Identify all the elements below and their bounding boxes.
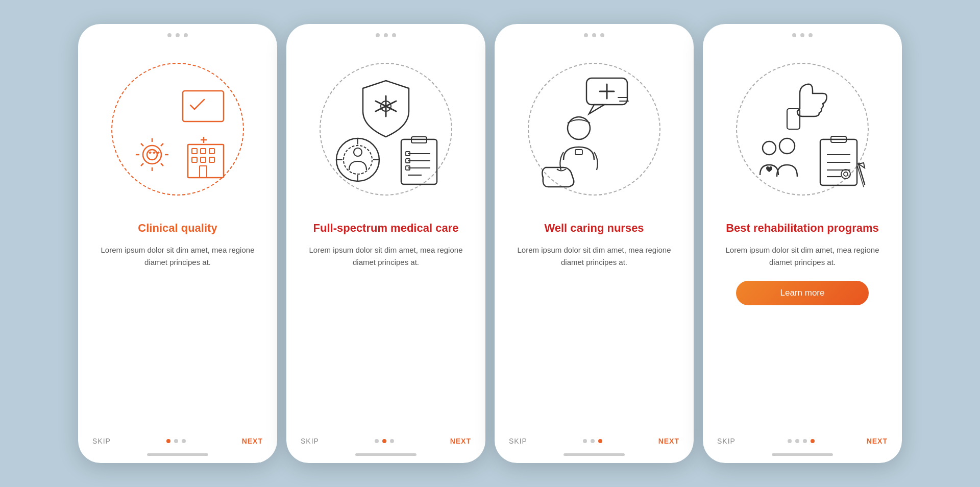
icon-area-2 (286, 42, 485, 216)
svg-rect-21 (200, 166, 207, 178)
nav-dots-4 (788, 439, 815, 443)
nav-dot (390, 439, 394, 443)
nav-dot (174, 439, 178, 443)
nav-dot-active (598, 439, 602, 443)
status-dot (184, 33, 188, 37)
next-button-2[interactable]: NEXT (450, 437, 471, 445)
nav-dot (583, 439, 587, 443)
card-desc-4: Lorem ipsum dolor sit dim amet, mea regi… (719, 244, 886, 269)
full-spectrum-icon (320, 63, 452, 196)
nav-dot (182, 439, 186, 443)
home-indicator-2 (355, 453, 416, 456)
svg-line-9 (141, 163, 143, 166)
svg-line-10 (161, 143, 163, 146)
status-dot (592, 33, 596, 37)
svg-line-7 (141, 143, 143, 146)
nav-dot (375, 439, 379, 443)
svg-point-26 (336, 138, 379, 181)
card-title-2: Full-spectrum medical care (313, 221, 459, 236)
svg-rect-18 (209, 157, 214, 162)
nav-dot (795, 439, 799, 443)
skip-button-3[interactable]: SKIP (509, 437, 527, 445)
svg-point-52 (779, 138, 795, 154)
status-bar-1 (78, 24, 277, 42)
status-dot (167, 33, 172, 37)
svg-rect-13 (192, 149, 197, 154)
status-dot (808, 33, 813, 37)
card-desc-3: Lorem ipsum dolor sit dim amet, mea regi… (511, 244, 677, 269)
nav-dots-3 (583, 439, 602, 443)
skip-button-2[interactable]: SKIP (301, 437, 319, 445)
svg-point-28 (354, 148, 362, 156)
svg-point-48 (568, 117, 590, 139)
status-dot (376, 33, 380, 37)
svg-point-59 (841, 169, 850, 179)
icon-area-1: ★★★ (78, 42, 277, 216)
svg-line-8 (161, 163, 163, 166)
skip-button-4[interactable]: SKIP (717, 437, 736, 445)
phone-card-4: Best rehabilitation programs Lorem ipsum… (703, 24, 902, 463)
svg-rect-14 (201, 149, 206, 154)
home-indicator-4 (772, 453, 833, 456)
svg-marker-43 (589, 105, 604, 114)
status-dot (584, 33, 588, 37)
icon-area-3 (495, 42, 694, 216)
home-indicator-3 (564, 453, 625, 456)
content-area-1: Clinical quality Lorem ipsum dolor sit d… (78, 216, 277, 428)
card-title-1: Clinical quality (138, 221, 217, 236)
status-dot (600, 33, 604, 37)
nav-bar-3: SKIP NEXT (495, 428, 694, 453)
next-button-4[interactable]: NEXT (867, 437, 888, 445)
phone-card-3: Well caring nurses Lorem ipsum dolor sit… (495, 24, 694, 463)
svg-rect-0 (183, 91, 224, 121)
nav-bar-1: SKIP NEXT (78, 428, 277, 453)
status-dot (800, 33, 804, 37)
svg-rect-17 (201, 157, 206, 162)
nav-bar-2: SKIP NEXT (286, 428, 485, 453)
nav-dot (591, 439, 595, 443)
content-area-2: Full-spectrum medical care Lorem ipsum d… (286, 216, 485, 428)
nav-dot-active (811, 439, 815, 443)
card-title-3: Well caring nurses (544, 221, 644, 236)
card-title-4: Best rehabilitation programs (726, 221, 879, 236)
nav-bar-4: SKIP NEXT (703, 428, 902, 453)
rehab-icon (736, 63, 869, 196)
svg-text:★★★: ★★★ (148, 150, 160, 155)
status-dot (384, 33, 388, 37)
home-indicator-1 (147, 453, 208, 456)
nurses-icon (528, 63, 660, 196)
learn-more-button[interactable]: Learn more (736, 281, 869, 305)
clinical-quality-icon: ★★★ (111, 63, 244, 196)
svg-rect-15 (209, 149, 214, 154)
status-bar-3 (495, 24, 694, 42)
card-desc-2: Lorem ipsum dolor sit dim amet, mea regi… (303, 244, 469, 269)
content-area-4: Best rehabilitation programs Lorem ipsum… (703, 216, 902, 428)
nav-dot-active (166, 439, 170, 443)
svg-rect-33 (401, 139, 437, 184)
content-area-3: Well caring nurses Lorem ipsum dolor sit… (495, 216, 694, 428)
phone-card-1: ★★★ (78, 24, 277, 463)
svg-point-27 (344, 145, 372, 174)
svg-rect-16 (192, 157, 197, 162)
status-dot (792, 33, 796, 37)
next-button-3[interactable]: NEXT (658, 437, 679, 445)
svg-point-60 (844, 172, 848, 176)
status-bar-2 (286, 24, 485, 42)
nav-dot (788, 439, 792, 443)
icon-area-4 (703, 42, 902, 216)
nav-dots-1 (166, 439, 186, 443)
nav-dots-2 (375, 439, 394, 443)
skip-button-1[interactable]: SKIP (92, 437, 111, 445)
nav-dot (803, 439, 807, 443)
svg-rect-49 (575, 150, 582, 155)
next-button-1[interactable]: NEXT (242, 437, 263, 445)
phones-container: ★★★ (78, 24, 902, 463)
phone-card-2: Full-spectrum medical care Lorem ipsum d… (286, 24, 485, 463)
status-dot (176, 33, 180, 37)
nav-dot-active (382, 439, 386, 443)
svg-point-51 (763, 141, 776, 155)
card-desc-1: Lorem ipsum dolor sit dim amet, mea regi… (94, 244, 261, 269)
status-dot (392, 33, 396, 37)
status-bar-4 (703, 24, 902, 42)
